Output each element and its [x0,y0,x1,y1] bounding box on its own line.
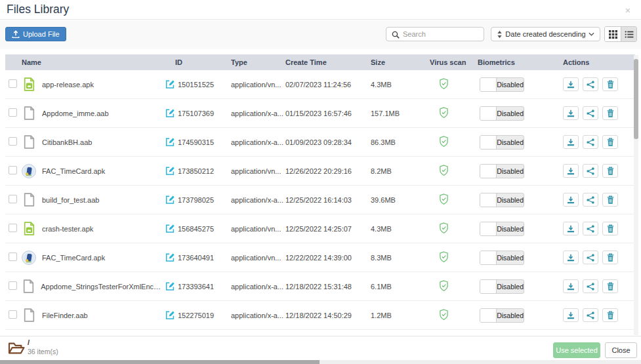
delete-button[interactable] [602,106,618,120]
row-checkbox[interactable] [9,310,17,319]
biometrics-toggle[interactable]: Disabled [480,308,524,323]
table-row: Appdome_StringsTesterForXmlEncrypt... 17… [5,272,635,301]
actions-cell [563,135,635,149]
edit-icon[interactable] [165,79,175,89]
download-button[interactable] [563,135,579,149]
file-id-cell: 173850212 [165,166,231,176]
use-selected-button[interactable]: Use selected [553,342,600,358]
file-id: 156845275 [178,225,214,233]
file-name: build_for_test.aab [42,196,103,204]
generic-file-icon [22,135,36,149]
row-checkbox[interactable] [9,195,17,203]
trash-icon [607,80,614,89]
row-checkbox[interactable] [9,166,17,174]
delete-button[interactable] [602,77,618,91]
share-button[interactable] [583,106,598,120]
table-row: FileFinder.aab 152275019 application/x-a… [5,301,635,330]
sort-dropdown[interactable]: Date created descending [491,27,600,41]
row-checkbox[interactable] [9,224,17,232]
share-button[interactable] [583,193,598,207]
file-name: Appdome_StringsTesterForXmlEncrypt... [41,283,165,291]
biometrics-toggle-label: Disabled [497,107,524,120]
edit-icon[interactable] [165,108,175,118]
biometrics-toggle-label: Disabled [497,280,524,293]
biometrics-toggle[interactable]: Disabled [480,77,524,92]
edit-icon[interactable] [165,195,175,205]
download-button[interactable] [563,106,579,120]
download-button[interactable] [563,308,579,322]
biometrics-toggle-knob [480,222,497,235]
list-view-button[interactable] [621,27,636,41]
share-button[interactable] [583,164,598,178]
actions-cell [563,106,635,120]
biometrics-toggle[interactable]: Disabled [480,222,524,236]
row-checkbox[interactable] [9,253,17,261]
checkbox-cell [5,281,22,291]
download-icon [567,110,575,117]
biometrics-toggle[interactable]: Disabled [480,251,524,265]
search-input[interactable] [403,28,482,41]
actions-cell [563,308,635,322]
file-name-cell: crash-tester.apk [22,222,165,235]
virus-scan-cell [430,251,478,264]
file-id-cell: 173393641 [165,281,231,291]
delete-button[interactable] [602,251,618,264]
delete-button[interactable] [602,193,618,207]
biometrics-toggle-label: Disabled [497,251,524,264]
row-checkbox[interactable] [9,108,17,117]
share-button[interactable] [583,77,598,91]
upload-file-button[interactable]: Upload File [5,27,66,41]
biometrics-toggle[interactable]: Disabled [480,193,524,207]
column-header-name: Name [22,58,165,66]
delete-button[interactable] [602,222,618,235]
download-button[interactable] [563,164,579,178]
download-button[interactable] [563,279,579,293]
download-icon [567,196,575,204]
download-button[interactable] [563,77,579,91]
download-button[interactable] [563,251,579,264]
close-button[interactable]: Close [605,342,637,358]
edit-icon[interactable] [165,310,175,320]
virus-scan-cell [430,222,478,235]
row-checkbox[interactable] [9,281,17,290]
grid-view-button[interactable] [605,27,621,41]
share-button[interactable] [583,251,598,264]
share-button[interactable] [583,279,598,293]
biometrics-toggle[interactable]: Disabled [480,279,524,294]
modal-title: Files Library [7,3,69,16]
download-icon [567,138,575,146]
delete-button[interactable] [602,279,618,293]
horizontal-scrollbar-thumb[interactable] [0,360,320,364]
file-id-cell: 175107369 [165,108,231,118]
edit-icon[interactable] [165,281,175,291]
row-checkbox[interactable] [9,79,17,88]
file-type: application/x-a... [231,196,285,204]
table-row: crash-tester.apk 156845275 application/v… [5,214,635,243]
footer: / 36 item(s) Use selected Close [0,336,641,360]
delete-button[interactable] [602,164,618,178]
biometrics-toggle[interactable]: Disabled [480,135,524,150]
download-button[interactable] [563,193,579,207]
edit-icon[interactable] [165,253,175,262]
actions-cell [563,77,635,91]
edit-icon[interactable] [165,224,175,233]
delete-button[interactable] [602,308,618,322]
biometrics-toggle[interactable]: Disabled [480,164,524,178]
vertical-scrollbar-thumb[interactable] [634,59,638,139]
close-icon[interactable]: × [625,6,631,15]
share-button[interactable] [583,308,598,322]
virus-scan-clean-shield-icon [439,165,449,176]
download-icon [567,312,575,319]
row-checkbox[interactable] [9,137,17,146]
download-button[interactable] [563,222,579,235]
biometrics-toggle-knob [480,309,497,322]
biometrics-toggle[interactable]: Disabled [480,106,524,121]
edit-icon[interactable] [165,166,175,176]
share-button[interactable] [583,135,598,149]
edit-icon[interactable] [165,137,175,147]
delete-button[interactable] [602,135,618,149]
file-name-cell: FAC_TimeCard.apk [22,164,165,178]
share-button[interactable] [583,222,598,235]
file-name: crash-tester.apk [42,225,97,233]
checkbox-cell [5,108,22,118]
